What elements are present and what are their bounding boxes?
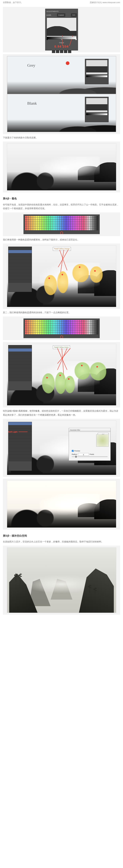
black-point-slider[interactable] [46,39,48,40]
selected-swatch-icon [60,336,63,338]
panel-footer-button[interactable] [60,51,63,53]
site-credit: 思缘设计论坛 www.missyuan.com [90,1,120,4]
layers-panel[interactable] [8,247,32,292]
layers-panel[interactable] [8,422,32,471]
step4-p4: 转到滤镜>模糊>高斯模糊，使用9像素。或你想去除的层片，一旦你已经模糊图层，设置… [3,409,120,417]
swatch-grid[interactable] [25,216,98,230]
auto-button[interactable]: Auto [71,13,76,17]
step4-intro: 你可能不知道，当我说中国的传统色彩墨水画画时，往往，这是事实，犯罪仍不到上了山一… [3,203,120,211]
mini-levels-panel [85,97,108,122]
radius-slider[interactable] [75,456,77,458]
softlight-demo: Soft Light Gaussian Blur OK Cancel Previ… [7,421,116,475]
figure-grey-blank: Grey Blank [3,54,120,134]
grey-point-slider[interactable] [61,39,63,40]
paint-blob [72,264,89,282]
preview-label: Preview [74,450,80,452]
step5-intro: 在原始照片入层片，空灵的云向上比它在一个更多，好像和，扫描板的落痕后。取样于地层… [3,540,120,544]
color-name-label: Pastel Yellow Orange [53,247,71,251]
dialog-title: Gaussian Blur [69,428,110,432]
marker-dot-icon [66,61,69,65]
step4-p2: 我们将使用第一种颜色是柔和的暖黄色，涂料如下图所示，或者自己适宜定位。 [3,238,120,242]
radius-input[interactable]: 9 [78,453,89,456]
panel-footer-button[interactable] [68,51,71,53]
figure-swatch-2 [3,316,120,340]
blank-variant: Blank [7,94,116,132]
panel-footer-button[interactable] [64,51,67,53]
paint-blob [44,275,57,295]
figure-after-softlight [3,479,120,529]
swatches-panel[interactable] [23,214,100,234]
radius-label: Radius: [72,453,77,456]
step4-title: 第4步 - 着色 [3,196,120,201]
grey-label: Grey [27,62,35,69]
figure-swatch-1 [3,213,120,236]
figure-softlight: Soft Light Gaussian Blur OK Cancel Previ… [3,419,120,477]
panel-footer-button[interactable] [56,51,59,53]
levels-gamma-value: 0.94 [54,45,62,48]
preview-checkbox[interactable] [72,450,74,452]
swatch-grid[interactable] [25,320,98,335]
step4-p3: 其二，我们将使用的颜色是柔和的淡绿色，只留下一点点稀疏的位置。 [3,311,120,315]
figure-final-art [3,546,120,615]
ink-painting [7,548,116,613]
mountain-image [7,143,116,190]
radius-unit: Pixels [90,453,94,456]
preset-label: Levels [47,13,51,17]
color-name-label: Pastel Yellow Green [53,345,70,349]
output-label: Output [47,41,77,44]
figure-colorize-green: Pastel Yellow Green [3,342,120,407]
figure-levels: ADJUSTMENTS Levels Custom Auto Output 0.… [3,7,120,52]
paint-blob [42,373,55,393]
blend-mode-callout: Soft Light [8,430,18,434]
panel-title: ADJUSTMENTS [47,10,59,13]
intro-line: 设置数值，如下所示。 [3,1,23,4]
histogram[interactable] [47,18,76,39]
blank-label: Blank [27,100,37,107]
paint-blob [65,376,75,393]
white-point-slider[interactable] [75,39,77,40]
levels-panel: ADJUSTMENTS Levels Custom Auto Output 0.… [45,9,78,51]
gaussian-blur-dialog: Gaussian Blur OK Cancel Preview Radius: … [69,428,110,461]
paint-blob [90,267,103,283]
colorize-yellow: Pastel Yellow Orange [7,245,116,307]
layers-panel[interactable] [8,345,32,391]
panel-footer-button[interactable] [52,51,55,53]
caption: 下面显示了你的画面今日取得进展。 [3,136,120,140]
levels-white-value: 204 [63,45,69,48]
step5-title: 第5步 - 填补空白空间 [3,533,120,538]
mountain-image [7,480,116,528]
selected-swatch-icon [60,231,63,234]
arrow-icon [18,432,27,432]
colorize-green: Pastel Yellow Green [7,344,116,405]
mini-levels-panel [85,59,108,84]
figure-progress [3,142,120,192]
blur-preview [96,434,108,447]
preset-value[interactable]: Custom [57,13,65,17]
figure-colorize-yellow: Pastel Yellow Orange [3,244,120,309]
grey-variant: Grey [7,56,116,94]
swatches-panel[interactable] [23,318,100,338]
paint-blob [90,362,106,380]
